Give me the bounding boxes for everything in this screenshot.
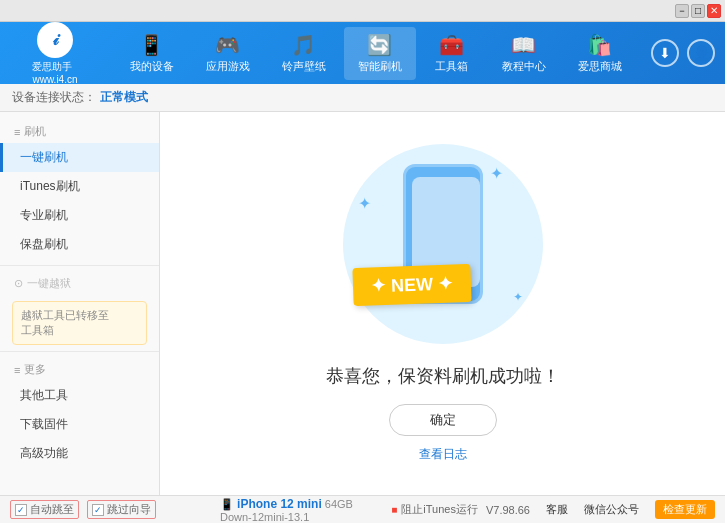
nav-my-device[interactable]: 📱 我的设备 xyxy=(116,27,188,80)
status-value: 正常模式 xyxy=(100,89,148,106)
nav-toolbox[interactable]: 🧰 工具箱 xyxy=(420,27,484,80)
nav-label: 铃声壁纸 xyxy=(282,59,326,74)
sidebar-item-one-click-flash[interactable]: 一键刷机 xyxy=(0,143,159,172)
device-icon: 📱 xyxy=(139,33,164,57)
sidebar-item-download-firmware[interactable]: 下载固件 xyxy=(0,410,159,439)
skip-guide-check: ✓ xyxy=(92,504,104,516)
auto-jump-check: ✓ xyxy=(15,504,27,516)
stop-icon: ■ xyxy=(391,504,397,515)
logo-icon: 𝒾 xyxy=(37,22,73,58)
logo-text: 爱思助手 www.i4.cn xyxy=(32,60,77,85)
version-label: V7.98.66 xyxy=(486,504,530,516)
minimize-btn[interactable]: － xyxy=(675,4,689,18)
sidebar-jailbreak-notice: 越狱工具已转移至工具箱 xyxy=(12,301,147,345)
sparkle-1: ✦ xyxy=(490,164,503,183)
sidebar-item-other-tools[interactable]: 其他工具 xyxy=(0,381,159,410)
phone-illustration: ✦ ✦ ✦ NEW xyxy=(343,144,543,344)
nav-bar: 📱 我的设备 🎮 应用游戏 🎵 铃声壁纸 🔄 智能刷机 🧰 工具箱 📖 教程中心… xyxy=(100,27,651,80)
sidebar-item-itunes-flash[interactable]: iTunes刷机 xyxy=(0,172,159,201)
sidebar-section-jailbreak: ⊙一键越狱 xyxy=(0,272,159,295)
mall-icon: 🛍️ xyxy=(587,33,612,57)
skip-guide-checkbox[interactable]: ✓ 跳过向导 xyxy=(87,500,156,519)
sparkle-2: ✦ xyxy=(358,194,371,213)
toolbox-icon: 🧰 xyxy=(439,33,464,57)
bottom-right: V7.98.66 客服 微信公众号 检查更新 xyxy=(486,500,715,519)
itunes-status-label: 阻止iTunes运行 xyxy=(401,502,478,517)
device-name: iPhone 12 mini xyxy=(237,497,322,511)
ringtone-icon: 🎵 xyxy=(291,33,316,57)
skip-guide-label: 跳过向导 xyxy=(107,502,151,517)
nav-right: ⬇ 👤 xyxy=(651,39,715,67)
nav-label: 智能刷机 xyxy=(358,59,402,74)
nav-label: 我的设备 xyxy=(130,59,174,74)
status-bar: 设备连接状态： 正常模式 xyxy=(0,84,725,112)
sidebar-divider-1 xyxy=(0,265,159,266)
nav-label: 应用游戏 xyxy=(206,59,250,74)
confirm-button[interactable]: 确定 xyxy=(389,404,497,436)
success-message: 恭喜您，保资料刷机成功啦！ xyxy=(326,364,560,388)
sidebar-section-flash: ≡刷机 xyxy=(0,120,159,143)
wechat-link[interactable]: 微信公众号 xyxy=(584,502,639,517)
new-badge: NEW xyxy=(352,264,471,306)
nav-label: 教程中心 xyxy=(502,59,546,74)
flash-icon: 🔄 xyxy=(367,33,392,57)
title-bar: － □ ✕ xyxy=(0,0,725,22)
check-update-btn[interactable]: 检查更新 xyxy=(655,500,715,519)
nav-tutorial[interactable]: 📖 教程中心 xyxy=(488,27,560,80)
nav-label: 爱思商城 xyxy=(578,59,622,74)
device-icon: 📱 xyxy=(220,498,237,510)
logo-area: 𝒾 爱思助手 www.i4.cn xyxy=(10,22,100,85)
nav-mall[interactable]: 🛍️ 爱思商城 xyxy=(564,27,636,80)
view-log-link[interactable]: 查看日志 xyxy=(419,446,467,463)
nav-smart-flash[interactable]: 🔄 智能刷机 xyxy=(344,27,416,80)
auto-jump-label: 自动跳至 xyxy=(30,502,74,517)
sidebar-divider-2 xyxy=(0,351,159,352)
bottom-bar: ✓ 自动跳至 ✓ 跳过向导 📱 iPhone 12 mini 64GB Down… xyxy=(0,495,725,523)
header: 𝒾 爱思助手 www.i4.cn 📱 我的设备 🎮 应用游戏 🎵 铃声壁纸 🔄 … xyxy=(0,22,725,84)
nav-apps-games[interactable]: 🎮 应用游戏 xyxy=(192,27,264,80)
bottom-left: ✓ 自动跳至 ✓ 跳过向导 xyxy=(10,500,210,519)
apps-icon: 🎮 xyxy=(215,33,240,57)
nav-label: 工具箱 xyxy=(435,59,468,74)
sidebar-item-save-flash[interactable]: 保盘刷机 xyxy=(0,230,159,259)
nav-ringtones[interactable]: 🎵 铃声壁纸 xyxy=(268,27,340,80)
close-btn[interactable]: ✕ xyxy=(707,4,721,18)
sidebar-item-pro-flash[interactable]: 专业刷机 xyxy=(0,201,159,230)
user-btn[interactable]: 👤 xyxy=(687,39,715,67)
itunes-status: ■ 阻止iTunes运行 xyxy=(391,502,486,517)
support-link[interactable]: 客服 xyxy=(546,502,568,517)
sidebar-section-more: ≡更多 xyxy=(0,358,159,381)
auto-jump-checkbox[interactable]: ✓ 自动跳至 xyxy=(10,500,79,519)
content-area: ✦ ✦ ✦ NEW 恭喜您，保资料刷机成功啦！ 确定 查看日志 xyxy=(160,112,725,495)
main-layout: ≡刷机 一键刷机 iTunes刷机 专业刷机 保盘刷机 ⊙一键越狱 越狱工具已转… xyxy=(0,112,725,495)
maximize-btn[interactable]: □ xyxy=(691,4,705,18)
status-label: 设备连接状态： xyxy=(12,89,96,106)
sidebar-item-advanced[interactable]: 高级功能 xyxy=(0,439,159,468)
tutorial-icon: 📖 xyxy=(511,33,536,57)
sidebar: ≡刷机 一键刷机 iTunes刷机 专业刷机 保盘刷机 ⊙一键越狱 越狱工具已转… xyxy=(0,112,160,495)
sparkle-3: ✦ xyxy=(513,290,523,304)
download-btn[interactable]: ⬇ xyxy=(651,39,679,67)
device-info: 📱 iPhone 12 mini 64GB Down-12mini-13.1 xyxy=(210,497,391,523)
